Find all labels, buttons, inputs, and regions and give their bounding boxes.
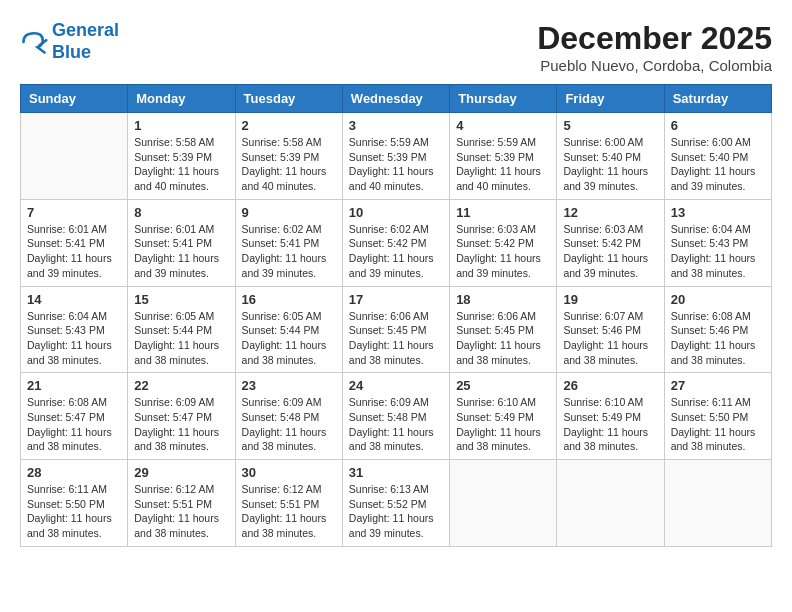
day-info: Sunrise: 6:09 AM Sunset: 5:48 PM Dayligh… bbox=[242, 395, 336, 454]
calendar-cell bbox=[557, 460, 664, 547]
day-info: Sunrise: 5:58 AM Sunset: 5:39 PM Dayligh… bbox=[242, 135, 336, 194]
calendar-cell: 10Sunrise: 6:02 AM Sunset: 5:42 PM Dayli… bbox=[342, 199, 449, 286]
day-number: 18 bbox=[456, 292, 550, 307]
weekday-header: Saturday bbox=[664, 85, 771, 113]
day-number: 27 bbox=[671, 378, 765, 393]
day-number: 14 bbox=[27, 292, 121, 307]
title-block: December 2025 Pueblo Nuevo, Cordoba, Col… bbox=[537, 20, 772, 74]
day-info: Sunrise: 6:11 AM Sunset: 5:50 PM Dayligh… bbox=[27, 482, 121, 541]
calendar-cell: 11Sunrise: 6:03 AM Sunset: 5:42 PM Dayli… bbox=[450, 199, 557, 286]
day-number: 21 bbox=[27, 378, 121, 393]
calendar-cell: 22Sunrise: 6:09 AM Sunset: 5:47 PM Dayli… bbox=[128, 373, 235, 460]
day-number: 12 bbox=[563, 205, 657, 220]
day-number: 9 bbox=[242, 205, 336, 220]
day-info: Sunrise: 6:12 AM Sunset: 5:51 PM Dayligh… bbox=[134, 482, 228, 541]
day-info: Sunrise: 6:03 AM Sunset: 5:42 PM Dayligh… bbox=[563, 222, 657, 281]
day-info: Sunrise: 6:10 AM Sunset: 5:49 PM Dayligh… bbox=[456, 395, 550, 454]
day-number: 2 bbox=[242, 118, 336, 133]
calendar-cell: 2Sunrise: 5:58 AM Sunset: 5:39 PM Daylig… bbox=[235, 113, 342, 200]
day-info: Sunrise: 6:01 AM Sunset: 5:41 PM Dayligh… bbox=[27, 222, 121, 281]
day-info: Sunrise: 6:01 AM Sunset: 5:41 PM Dayligh… bbox=[134, 222, 228, 281]
day-info: Sunrise: 6:00 AM Sunset: 5:40 PM Dayligh… bbox=[671, 135, 765, 194]
day-info: Sunrise: 6:03 AM Sunset: 5:42 PM Dayligh… bbox=[456, 222, 550, 281]
calendar-cell: 5Sunrise: 6:00 AM Sunset: 5:40 PM Daylig… bbox=[557, 113, 664, 200]
calendar-cell: 30Sunrise: 6:12 AM Sunset: 5:51 PM Dayli… bbox=[235, 460, 342, 547]
day-info: Sunrise: 6:05 AM Sunset: 5:44 PM Dayligh… bbox=[242, 309, 336, 368]
day-info: Sunrise: 6:04 AM Sunset: 5:43 PM Dayligh… bbox=[27, 309, 121, 368]
day-number: 30 bbox=[242, 465, 336, 480]
calendar-cell: 29Sunrise: 6:12 AM Sunset: 5:51 PM Dayli… bbox=[128, 460, 235, 547]
calendar-cell: 31Sunrise: 6:13 AM Sunset: 5:52 PM Dayli… bbox=[342, 460, 449, 547]
day-info: Sunrise: 6:09 AM Sunset: 5:48 PM Dayligh… bbox=[349, 395, 443, 454]
day-number: 26 bbox=[563, 378, 657, 393]
day-info: Sunrise: 6:07 AM Sunset: 5:46 PM Dayligh… bbox=[563, 309, 657, 368]
day-info: Sunrise: 6:05 AM Sunset: 5:44 PM Dayligh… bbox=[134, 309, 228, 368]
day-info: Sunrise: 6:00 AM Sunset: 5:40 PM Dayligh… bbox=[563, 135, 657, 194]
day-info: Sunrise: 6:06 AM Sunset: 5:45 PM Dayligh… bbox=[349, 309, 443, 368]
day-number: 3 bbox=[349, 118, 443, 133]
day-number: 25 bbox=[456, 378, 550, 393]
day-info: Sunrise: 6:02 AM Sunset: 5:41 PM Dayligh… bbox=[242, 222, 336, 281]
day-number: 1 bbox=[134, 118, 228, 133]
day-number: 19 bbox=[563, 292, 657, 307]
day-info: Sunrise: 5:59 AM Sunset: 5:39 PM Dayligh… bbox=[349, 135, 443, 194]
day-info: Sunrise: 6:02 AM Sunset: 5:42 PM Dayligh… bbox=[349, 222, 443, 281]
calendar-cell: 15Sunrise: 6:05 AM Sunset: 5:44 PM Dayli… bbox=[128, 286, 235, 373]
day-number: 24 bbox=[349, 378, 443, 393]
day-info: Sunrise: 6:09 AM Sunset: 5:47 PM Dayligh… bbox=[134, 395, 228, 454]
calendar-cell bbox=[664, 460, 771, 547]
day-number: 4 bbox=[456, 118, 550, 133]
calendar-cell: 23Sunrise: 6:09 AM Sunset: 5:48 PM Dayli… bbox=[235, 373, 342, 460]
day-info: Sunrise: 6:10 AM Sunset: 5:49 PM Dayligh… bbox=[563, 395, 657, 454]
page-header: General Blue December 2025 Pueblo Nuevo,… bbox=[20, 20, 772, 74]
day-number: 6 bbox=[671, 118, 765, 133]
day-number: 23 bbox=[242, 378, 336, 393]
calendar-cell: 20Sunrise: 6:08 AM Sunset: 5:46 PM Dayli… bbox=[664, 286, 771, 373]
day-number: 10 bbox=[349, 205, 443, 220]
day-number: 22 bbox=[134, 378, 228, 393]
day-number: 5 bbox=[563, 118, 657, 133]
calendar-cell bbox=[21, 113, 128, 200]
day-number: 28 bbox=[27, 465, 121, 480]
calendar-cell: 7Sunrise: 6:01 AM Sunset: 5:41 PM Daylig… bbox=[21, 199, 128, 286]
day-number: 15 bbox=[134, 292, 228, 307]
weekday-header: Friday bbox=[557, 85, 664, 113]
day-info: Sunrise: 5:59 AM Sunset: 5:39 PM Dayligh… bbox=[456, 135, 550, 194]
calendar-cell: 13Sunrise: 6:04 AM Sunset: 5:43 PM Dayli… bbox=[664, 199, 771, 286]
calendar-cell: 1Sunrise: 5:58 AM Sunset: 5:39 PM Daylig… bbox=[128, 113, 235, 200]
calendar-cell: 24Sunrise: 6:09 AM Sunset: 5:48 PM Dayli… bbox=[342, 373, 449, 460]
calendar-cell: 4Sunrise: 5:59 AM Sunset: 5:39 PM Daylig… bbox=[450, 113, 557, 200]
calendar-cell: 16Sunrise: 6:05 AM Sunset: 5:44 PM Dayli… bbox=[235, 286, 342, 373]
calendar-cell: 17Sunrise: 6:06 AM Sunset: 5:45 PM Dayli… bbox=[342, 286, 449, 373]
weekday-header: Tuesday bbox=[235, 85, 342, 113]
location: Pueblo Nuevo, Cordoba, Colombia bbox=[537, 57, 772, 74]
logo-line2: Blue bbox=[52, 42, 91, 62]
calendar-cell bbox=[450, 460, 557, 547]
logo-icon bbox=[20, 28, 48, 56]
day-info: Sunrise: 6:12 AM Sunset: 5:51 PM Dayligh… bbox=[242, 482, 336, 541]
logo-text: General Blue bbox=[52, 20, 119, 63]
day-info: Sunrise: 6:04 AM Sunset: 5:43 PM Dayligh… bbox=[671, 222, 765, 281]
calendar-cell: 25Sunrise: 6:10 AM Sunset: 5:49 PM Dayli… bbox=[450, 373, 557, 460]
day-info: Sunrise: 6:13 AM Sunset: 5:52 PM Dayligh… bbox=[349, 482, 443, 541]
calendar-cell: 3Sunrise: 5:59 AM Sunset: 5:39 PM Daylig… bbox=[342, 113, 449, 200]
weekday-header: Sunday bbox=[21, 85, 128, 113]
calendar-cell: 9Sunrise: 6:02 AM Sunset: 5:41 PM Daylig… bbox=[235, 199, 342, 286]
calendar-cell: 19Sunrise: 6:07 AM Sunset: 5:46 PM Dayli… bbox=[557, 286, 664, 373]
day-info: Sunrise: 6:08 AM Sunset: 5:47 PM Dayligh… bbox=[27, 395, 121, 454]
calendar-cell: 21Sunrise: 6:08 AM Sunset: 5:47 PM Dayli… bbox=[21, 373, 128, 460]
calendar-cell: 18Sunrise: 6:06 AM Sunset: 5:45 PM Dayli… bbox=[450, 286, 557, 373]
day-number: 31 bbox=[349, 465, 443, 480]
weekday-header: Monday bbox=[128, 85, 235, 113]
day-info: Sunrise: 6:11 AM Sunset: 5:50 PM Dayligh… bbox=[671, 395, 765, 454]
day-info: Sunrise: 6:08 AM Sunset: 5:46 PM Dayligh… bbox=[671, 309, 765, 368]
logo-line1: General bbox=[52, 20, 119, 40]
calendar-cell: 6Sunrise: 6:00 AM Sunset: 5:40 PM Daylig… bbox=[664, 113, 771, 200]
calendar-cell: 12Sunrise: 6:03 AM Sunset: 5:42 PM Dayli… bbox=[557, 199, 664, 286]
day-number: 8 bbox=[134, 205, 228, 220]
calendar-cell: 26Sunrise: 6:10 AM Sunset: 5:49 PM Dayli… bbox=[557, 373, 664, 460]
calendar-cell: 8Sunrise: 6:01 AM Sunset: 5:41 PM Daylig… bbox=[128, 199, 235, 286]
calendar-cell: 14Sunrise: 6:04 AM Sunset: 5:43 PM Dayli… bbox=[21, 286, 128, 373]
calendar-cell: 27Sunrise: 6:11 AM Sunset: 5:50 PM Dayli… bbox=[664, 373, 771, 460]
calendar: SundayMondayTuesdayWednesdayThursdayFrid… bbox=[20, 84, 772, 547]
